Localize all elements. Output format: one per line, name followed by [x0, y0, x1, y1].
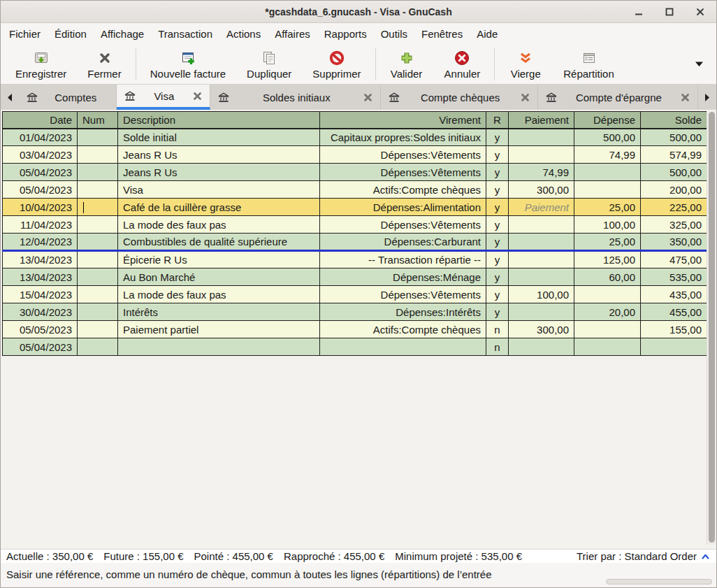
transaction-row[interactable]: 01/04/2023Solde initialCapitaux propres:…: [3, 129, 707, 146]
cell-expense[interactable]: 25,00: [574, 199, 641, 216]
cell-transfer[interactable]: Dépenses:Ménage: [320, 268, 486, 286]
menu-item-aide[interactable]: Aide: [470, 25, 505, 43]
cell-num[interactable]: [78, 286, 118, 303]
cell-expense[interactable]: 20,00: [574, 303, 641, 321]
cell-r[interactable]: y: [486, 286, 509, 303]
menu-item-actions[interactable]: Actions: [219, 25, 268, 43]
cell-balance[interactable]: [641, 338, 707, 356]
cell-transfer[interactable]: Dépenses:Intérêts: [320, 303, 486, 321]
transaction-row[interactable]: 05/05/2023Paiement partielActifs:Compte …: [3, 321, 707, 338]
maximize-button[interactable]: [665, 7, 674, 17]
cell-date[interactable]: 01/04/2023: [3, 129, 78, 146]
cell-payment[interactable]: [509, 303, 574, 321]
cell-description[interactable]: Jeans R Us: [118, 164, 320, 181]
tab-scroll-left-button[interactable]: [1, 85, 19, 110]
cell-balance[interactable]: 435,00: [641, 286, 707, 303]
cell-description[interactable]: Épicerie R Us: [118, 251, 320, 268]
transaction-row[interactable]: 10/04/2023Café de la cuillère grasseDépe…: [3, 199, 707, 216]
cell-description[interactable]: Jeans R Us: [118, 146, 320, 164]
transaction-row[interactable]: 05/04/2023Jeans R UsDépenses:Vêtementsy7…: [3, 164, 707, 181]
cell-r[interactable]: y: [486, 129, 509, 146]
fermer-button[interactable]: Fermer: [77, 47, 131, 82]
supprimer-button[interactable]: Supprimer: [302, 47, 371, 82]
tab-visa[interactable]: Visa: [117, 85, 211, 110]
cell-r[interactable]: y: [486, 251, 509, 268]
cell-balance[interactable]: 455,00: [641, 303, 707, 321]
transaction-row[interactable]: 13/04/2023Épicerie R Us-- Transaction ré…: [3, 251, 707, 268]
tab-comptes[interactable]: Comptes: [19, 85, 117, 110]
tab-scroll-right-button[interactable]: [698, 85, 716, 110]
cell-description[interactable]: Combustibles de qualité supérieure: [118, 234, 320, 251]
tab-close-icon[interactable]: [681, 93, 690, 102]
cell-payment[interactable]: 100,00: [509, 286, 574, 303]
cell-r[interactable]: y: [486, 146, 509, 164]
cell-date[interactable]: 13/04/2023: [3, 251, 78, 268]
cell-balance[interactable]: 225,00: [641, 199, 707, 216]
cell-payment[interactable]: [509, 129, 574, 146]
tab-close-icon[interactable]: [193, 92, 202, 101]
cell-transfer[interactable]: Dépenses:Vêtements: [320, 164, 486, 181]
cell-num[interactable]: [78, 164, 118, 181]
menu-item-affaires[interactable]: Affaires: [268, 25, 317, 43]
cell-payment[interactable]: Paiement: [509, 199, 574, 216]
cell-balance[interactable]: 574,99: [641, 146, 707, 164]
cell-expense[interactable]: 25,00: [574, 234, 641, 251]
cell-transfer[interactable]: Dépenses:Alimentation: [320, 199, 486, 216]
menu-item-transaction[interactable]: Transaction: [151, 25, 219, 43]
cell-num[interactable]: [78, 181, 118, 199]
cell-num[interactable]: [78, 146, 118, 164]
cell-description[interactable]: La mode des faux pas: [118, 216, 320, 234]
cell-date[interactable]: 05/04/2023: [3, 181, 78, 199]
cell-balance[interactable]: 500,00: [641, 129, 707, 146]
cell-transfer[interactable]: Dépenses:Carburant: [320, 234, 486, 251]
cell-date[interactable]: 30/04/2023: [3, 303, 78, 321]
sort-order-button[interactable]: Trier par : Standard Order: [577, 550, 712, 562]
cell-date[interactable]: 11/04/2023: [3, 216, 78, 234]
cell-r[interactable]: y: [486, 164, 509, 181]
cell-num[interactable]: [78, 321, 118, 338]
cell-num[interactable]: [78, 199, 118, 216]
cell-payment[interactable]: 74,99: [509, 164, 574, 181]
transaction-row[interactable]: 11/04/2023La mode des faux pasDépenses:V…: [3, 216, 707, 234]
cell-description[interactable]: [118, 338, 320, 356]
cell-balance[interactable]: 350,00: [641, 234, 707, 251]
cell-transfer[interactable]: Actifs:Compte chèques: [320, 181, 486, 199]
menu-item-rapports[interactable]: Rapports: [317, 25, 374, 43]
cell-expense[interactable]: 60,00: [574, 268, 641, 286]
cell-balance[interactable]: 500,00: [641, 164, 707, 181]
cell-balance[interactable]: 535,00: [641, 268, 707, 286]
menu-item-affichage[interactable]: Affichage: [94, 25, 151, 43]
cell-r[interactable]: n: [486, 338, 509, 356]
cell-description[interactable]: Café de la cuillère grasse: [118, 199, 320, 216]
cell-r[interactable]: y: [486, 303, 509, 321]
cell-r[interactable]: y: [486, 181, 509, 199]
enregistrer-button[interactable]: Enregistrer: [5, 47, 77, 82]
valider-button[interactable]: Valider: [379, 47, 434, 82]
cell-balance[interactable]: 155,00: [641, 321, 707, 338]
cell-payment[interactable]: 300,00: [509, 181, 574, 199]
cell-expense[interactable]: [574, 338, 641, 356]
tab-soldes-initiaux[interactable]: Soldes initiaux: [210, 85, 381, 110]
tab-close-icon[interactable]: [521, 93, 530, 102]
cell-payment[interactable]: [509, 234, 574, 251]
cell-expense[interactable]: 74,99: [574, 146, 641, 164]
cell-expense[interactable]: [574, 321, 641, 338]
cell-description[interactable]: Visa: [118, 181, 320, 199]
cell-num[interactable]: [78, 268, 118, 286]
cell-date[interactable]: 10/04/2023: [3, 199, 78, 216]
transaction-row[interactable]: 30/04/2023IntérêtsDépenses:Intérêtsy20,0…: [3, 303, 707, 321]
cell-payment[interactable]: 300,00: [509, 321, 574, 338]
cell-num[interactable]: [78, 338, 118, 356]
cell-transfer[interactable]: -- Transaction répartie --: [320, 251, 486, 268]
cell-balance[interactable]: 325,00: [641, 216, 707, 234]
cell-balance[interactable]: 200,00: [641, 181, 707, 199]
tab-compte-cheques[interactable]: Compte chèques: [381, 85, 537, 110]
transaction-row[interactable]: 15/04/2023La mode des faux pasDépenses:V…: [3, 286, 707, 303]
cell-description[interactable]: Solde initial: [118, 129, 320, 146]
cell-payment[interactable]: [509, 146, 574, 164]
cell-date[interactable]: 13/04/2023: [3, 268, 78, 286]
menu-item-fichier[interactable]: Fichier: [2, 25, 48, 43]
nouvelle-facture-button[interactable]: Nouvelle facture: [140, 47, 236, 82]
cell-description[interactable]: Paiement partiel: [118, 321, 320, 338]
menu-item-fenetres[interactable]: Fenêtres: [414, 25, 470, 43]
